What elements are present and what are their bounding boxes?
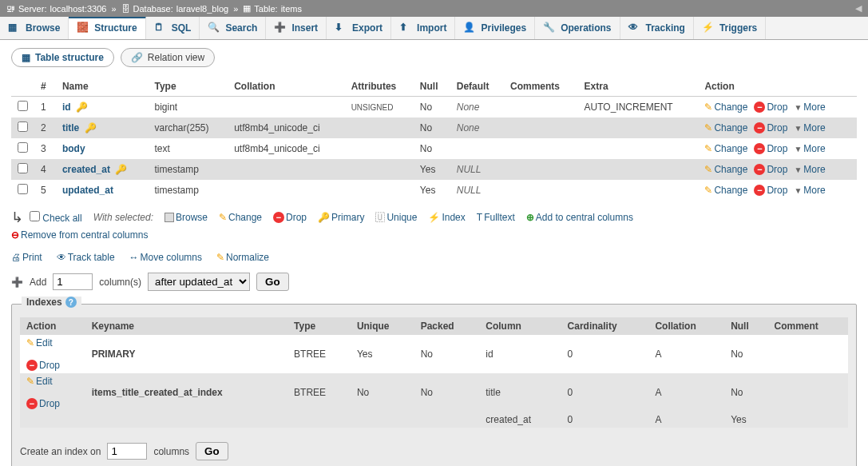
add-go-button[interactable]: Go [256, 273, 289, 291]
col-null: Null [414, 77, 450, 97]
bulk-toolbar: ↳ Check all With selected: Browse ✎ Chan… [11, 209, 857, 226]
bulk-fulltext[interactable]: T Fulltext [477, 212, 515, 223]
help-icon[interactable]: ? [65, 297, 77, 308]
col-name: Name [56, 77, 149, 97]
column-name-link[interactable]: title [62, 122, 79, 133]
subtab-relation-view[interactable]: 🔗Relation view [121, 48, 215, 67]
create-idx-label: Create an index on [20, 446, 101, 457]
caret-down-icon: ▼ [794, 103, 802, 112]
tab-browse[interactable]: ▦Browse [0, 17, 69, 39]
drop-icon: − [273, 212, 284, 223]
bulk-index[interactable]: ⚡ Index [428, 212, 465, 223]
bulk-change[interactable]: ✎ Change [219, 212, 262, 223]
idx-drop[interactable]: − Drop [26, 360, 79, 371]
bulk-unique[interactable]: 🇺 Unique [375, 212, 417, 223]
row-checkbox[interactable] [18, 142, 28, 153]
move-icon: ↔ [129, 252, 139, 263]
track-link[interactable]: 👁 Track table [57, 252, 115, 263]
add-count-input[interactable] [53, 273, 93, 290]
tab-tracking[interactable]: 👁Tracking [620, 17, 694, 39]
change-link[interactable]: ✎ Change [704, 102, 747, 113]
track-icon: 👁 [57, 252, 66, 263]
change-link[interactable]: ✎ Change [704, 164, 747, 175]
column-name-link[interactable]: updated_at [62, 185, 113, 196]
drop-link[interactable]: − Drop [754, 164, 787, 175]
change-link[interactable]: ✎ Change [704, 143, 747, 154]
row-checkbox[interactable] [18, 163, 28, 173]
browse-icon: ▦ [8, 22, 21, 34]
tab-search[interactable]: 🔍Search [200, 17, 266, 39]
tab-structure[interactable]: 🧱Structure [69, 16, 145, 39]
more-link[interactable]: ▼ More [794, 122, 825, 133]
search-icon: 🔍 [208, 22, 220, 34]
drop-link[interactable]: − Drop [754, 102, 787, 113]
print-icon: 🖨 [11, 252, 21, 263]
row-checkbox[interactable] [18, 101, 28, 111]
add-icon: ➕ [11, 277, 23, 288]
row-checkbox[interactable] [18, 121, 28, 132]
index-icon: ⚡ [428, 212, 440, 223]
bulk-primary[interactable]: 🔑 Primary [318, 212, 364, 223]
idx-drop[interactable]: − Drop [26, 398, 79, 409]
drop-link[interactable]: − Drop [754, 122, 787, 133]
tab-insert[interactable]: ➕Insert [266, 17, 327, 39]
database-icon: 🗄 [121, 4, 130, 14]
tab-export[interactable]: ⬇Export [327, 17, 391, 39]
print-link[interactable]: 🖨 Print [11, 252, 42, 263]
table-link[interactable]: items [281, 4, 302, 14]
more-link[interactable]: ▼ More [794, 164, 825, 175]
table-row: 3body textutf8mb4_unicode_ciNo✎ Change− … [11, 138, 857, 159]
pencil-icon: ✎ [704, 122, 712, 133]
col-type: Type [148, 77, 228, 97]
change-link[interactable]: ✎ Change [704, 122, 747, 133]
subtab-table-structure[interactable]: ▦Table structure [11, 48, 114, 67]
check-all[interactable]: Check all [30, 211, 82, 224]
column-name-link[interactable]: id [62, 102, 71, 113]
column-name-link[interactable]: body [62, 143, 85, 154]
row-checkbox[interactable] [18, 184, 28, 194]
caret-down-icon: ▼ [794, 165, 802, 174]
arrow-up-icon: ↳ [11, 209, 23, 226]
column-name-link[interactable]: created_at [62, 164, 110, 175]
move-link[interactable]: ↔ Move columns [129, 252, 202, 263]
col-action: Action [698, 77, 857, 97]
tab-operations[interactable]: 🔧Operations [535, 17, 620, 39]
collapse-icon[interactable]: ◀ [855, 3, 862, 14]
add-position-select[interactable]: after updated_at [148, 273, 250, 291]
create-idx-go[interactable]: Go [196, 442, 228, 460]
add-columns-row: ➕ Add column(s) after updated_at Go [11, 273, 857, 291]
idx-edit[interactable]: ✎ Edit [26, 337, 79, 349]
table-row: 5updated_at timestampYesNULL✎ Change− Dr… [11, 180, 857, 201]
more-link[interactable]: ▼ More [794, 185, 825, 196]
index-key-icon: 🔑 [115, 164, 127, 175]
more-link[interactable]: ▼ More [794, 143, 825, 154]
tab-privileges[interactable]: 👤Privileges [455, 17, 535, 39]
drop-link[interactable]: − Drop [754, 143, 787, 154]
index-row: ✎ Edit − DropPRIMARYBTREEYesNoid0ANo [20, 335, 848, 373]
more-link[interactable]: ▼ More [794, 102, 825, 113]
create-idx-count[interactable] [107, 443, 147, 460]
tab-sql[interactable]: 🗒SQL [146, 17, 200, 39]
server-link[interactable]: localhost:3306 [50, 4, 106, 14]
triggers-icon: ⚡ [702, 22, 715, 34]
add-central[interactable]: ⊕ Add to central columns [526, 212, 633, 223]
tab-import[interactable]: ⬆Import [391, 17, 455, 39]
caret-down-icon: ▼ [794, 124, 802, 133]
create-index-row: Create an index on columns Go [20, 442, 848, 460]
server-label: Server: [18, 4, 46, 14]
idx-edit[interactable]: ✎ Edit [26, 376, 79, 387]
bulk-browse[interactable]: Browse [164, 212, 208, 223]
table-label: Table: [254, 4, 277, 14]
pencil-icon: ✎ [704, 185, 712, 196]
tab-triggers[interactable]: ⚡Triggers [694, 17, 766, 39]
db-link[interactable]: laravel8_blog [176, 4, 228, 14]
remove-central[interactable]: ⊖ Remove from central columns [11, 229, 857, 241]
drop-link[interactable]: − Drop [754, 185, 787, 196]
breadcrumb: 🖳 Server: localhost:3306 » 🗄 Database: l… [0, 0, 868, 17]
unique-icon: 🇺 [375, 212, 385, 223]
change-link[interactable]: ✎ Change [704, 185, 747, 196]
bulk-drop[interactable]: − Drop [273, 212, 307, 223]
drop-icon: − [754, 164, 765, 175]
fulltext-icon: T [477, 212, 482, 223]
normalize-link[interactable]: ✎ Normalize [216, 252, 269, 263]
